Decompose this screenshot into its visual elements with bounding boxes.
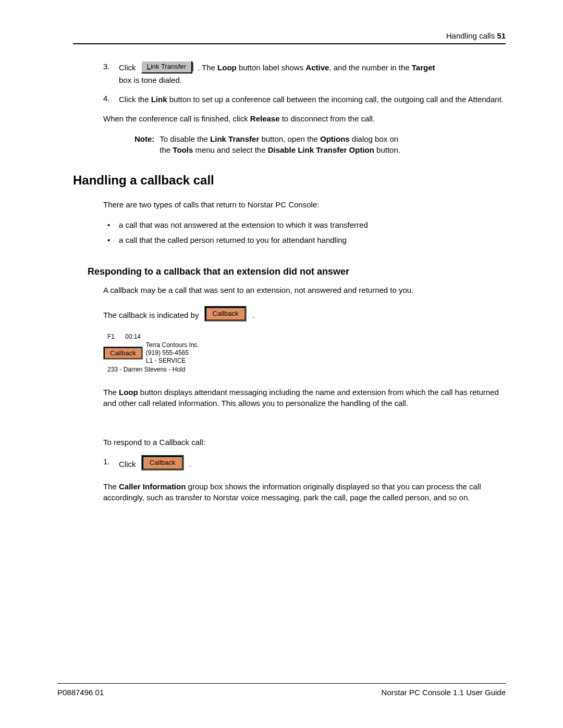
loop-phone: (919) 555-4565: [146, 349, 199, 357]
link-transfer-button[interactable]: Link Transfer: [141, 61, 192, 73]
footer-rule: [57, 683, 506, 684]
step-marker: 1.: [103, 457, 110, 466]
loop-caller-info: Terra Contours Inc. (919) 555-4565 L1 - …: [146, 341, 199, 365]
loop-company: Terra Contours Inc.: [146, 341, 199, 349]
loop-fkey: F1: [107, 333, 115, 340]
page-footer: P0887496 01 Norstar PC Console 1.1 User …: [57, 683, 506, 697]
subsection-heading: Responding to a callback that an extensi…: [88, 266, 506, 277]
caller-info-paragraph: The Caller Information group box shows t…: [103, 481, 506, 503]
footer-doc-id: P0887496 01: [57, 688, 104, 697]
loop-button-example: F1 00:14 Callback Terra Contours Inc. (9…: [103, 333, 239, 373]
loop-description: The Loop button displays attendant messa…: [103, 387, 506, 409]
respond-steps-list: 1. Click Callback .: [103, 457, 506, 473]
step-marker: 4.: [103, 94, 110, 103]
release-paragraph: When the conference call is finished, cl…: [103, 113, 506, 124]
callback-description: A callback may be a call that was sent t…: [103, 285, 506, 295]
note-text: To disable the Link Transfer button, ope…: [160, 133, 406, 155]
intro-paragraph: There are two types of calls that return…: [103, 199, 506, 210]
callback-indicated-line: The callback is indicated by Callback .: [103, 308, 506, 324]
loop-callback-button[interactable]: Callback: [104, 347, 142, 359]
respond-intro: To respond to a Callback call:: [103, 437, 506, 448]
loop-line: L1 - SERVICE: [146, 357, 199, 365]
step-4: 4. Click the Link button to set up a con…: [103, 94, 506, 105]
callback-button[interactable]: Callback: [142, 455, 183, 470]
list-item: a call that the called person returned t…: [103, 235, 506, 245]
header-rule: [73, 43, 506, 44]
callback-indicator-button[interactable]: Callback: [205, 306, 247, 321]
step-3: 3. Click Link Transfer . The Loop button…: [103, 62, 506, 85]
footer-doc-title: Norstar PC Console 1.1 User Guide: [382, 688, 506, 697]
loop-status: 233 - Darren Stevens - Hold: [103, 366, 239, 373]
loop-timer: 00:14: [125, 333, 141, 340]
callback-types-list: a call that was not answered at the exte…: [103, 219, 506, 245]
page-number: 51: [497, 31, 506, 40]
list-item: a call that was not answered at the exte…: [103, 219, 506, 230]
running-header: Handling calls 51: [73, 31, 506, 43]
respond-step-1: 1. Click Callback .: [103, 457, 506, 473]
step-marker: 3.: [103, 62, 110, 71]
continued-steps-list: 3. Click Link Transfer . The Loop button…: [103, 62, 506, 105]
note-block: Note: To disable the Link Transfer butto…: [134, 133, 406, 155]
note-label: Note:: [134, 134, 154, 143]
section-heading: Handling a callback call: [73, 173, 506, 188]
running-header-section: Handling calls: [446, 31, 495, 40]
